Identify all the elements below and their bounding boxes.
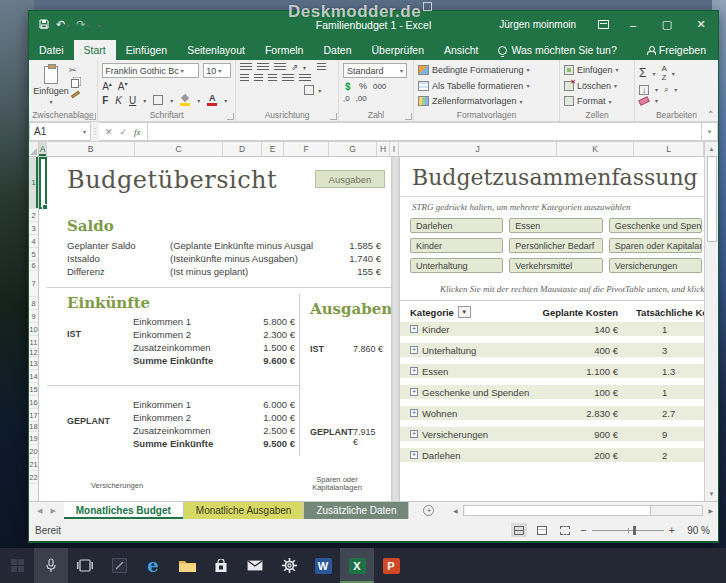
tab-ueberpruefen[interactable]: Überprüfen — [362, 40, 435, 60]
collapse-ribbon-icon[interactable]: ⌃ — [707, 110, 714, 119]
ausgaben-button[interactable]: Ausgaben — [315, 170, 385, 188]
vertical-scroll-thumb[interactable] — [707, 156, 717, 242]
user-account[interactable]: Jürgen moinmoin — [499, 19, 576, 30]
save-icon[interactable] — [39, 19, 49, 31]
store-icon[interactable] — [204, 548, 238, 583]
row-header-20[interactable]: 20 — [29, 445, 38, 458]
powerpoint-icon[interactable]: P — [374, 548, 408, 583]
pivot-row-darlehen[interactable]: +Darlehen 200 €2 — [400, 448, 704, 462]
row-header-3[interactable]: 3 — [29, 222, 38, 235]
sheet-nav-left-icon[interactable]: ◀ — [37, 507, 42, 515]
tab-datei[interactable]: Datei — [29, 40, 74, 60]
pivot-row-unterhaltung[interactable]: +Unterhaltung 400 €3 — [400, 343, 704, 357]
cortana-mic-icon[interactable] — [34, 548, 68, 583]
row-header-15[interactable]: 15 — [29, 383, 38, 396]
merge-center-icon[interactable] — [304, 85, 314, 95]
insert-cells-button[interactable]: Einfügen▾ — [564, 63, 630, 77]
find-select-icon[interactable]: ⌕ — [664, 84, 668, 95]
cell-styles-button[interactable]: Zellenformatvorlagen▾ — [418, 94, 555, 108]
column-header-K[interactable]: K — [557, 142, 634, 156]
filter-dropdown-icon[interactable]: ▼ — [458, 306, 471, 318]
zoom-slider-thumb[interactable] — [633, 526, 636, 535]
column-header-I[interactable]: I — [390, 142, 399, 156]
decrease-indent-icon[interactable] — [282, 74, 294, 83]
sheet-tab-monatliches-budget[interactable]: Monatliches Budget — [64, 502, 184, 519]
format-as-table-button[interactable]: Als Tabelle formatieren▾ — [418, 79, 555, 93]
cut-icon[interactable]: ✂ — [69, 65, 80, 75]
clipboard-dialog-launcher[interactable] — [89, 113, 96, 120]
expand-icon[interactable]: + — [410, 367, 418, 375]
shrink-font-icon[interactable]: A▾ — [118, 80, 128, 92]
column-header-F[interactable]: F — [284, 142, 329, 156]
fill-color-icon[interactable] — [180, 95, 190, 105]
slicer-versicherungen[interactable]: Versicherungen — [609, 258, 702, 273]
maximize-button[interactable]: ▢ — [650, 11, 684, 38]
column-header-C[interactable]: C — [135, 142, 223, 156]
column-header-H[interactable]: H — [377, 142, 390, 156]
settings-gear-icon[interactable] — [272, 548, 306, 583]
pivot-row-versicherungen[interactable]: +Versicherungen 900 €9 — [400, 427, 704, 441]
accounting-format-icon[interactable]: 💲 — [343, 82, 353, 91]
format-cells-button[interactable]: Format▾ — [564, 94, 630, 108]
format-painter-icon[interactable] — [71, 91, 80, 99]
number-dialog-launcher[interactable] — [405, 113, 412, 120]
align-middle-icon[interactable] — [257, 63, 269, 72]
row-header-7[interactable]: 7 — [29, 271, 38, 297]
row-header-21[interactable]: 21 — [29, 458, 38, 471]
sheet-tab-zusaetzliche-daten[interactable]: Zusätzliche Daten — [304, 502, 409, 519]
slicer-geschenke[interactable]: Geschenke und Spend… — [609, 218, 702, 233]
word-icon[interactable]: W — [306, 548, 340, 583]
tab-daten[interactable]: Daten — [313, 40, 361, 60]
slicer-kinder[interactable]: Kinder — [410, 238, 503, 253]
column-a-cells[interactable] — [39, 157, 47, 501]
hscroll-left-icon[interactable]: ◀ — [450, 507, 461, 514]
row-header-16[interactable]: 16 — [29, 396, 38, 409]
tab-formeln[interactable]: Formeln — [255, 40, 314, 60]
italic-button[interactable]: K — [115, 95, 122, 106]
row-header-13[interactable]: 13 — [29, 357, 38, 370]
sheet-tab-monatliche-ausgaben[interactable]: Monatliche Ausgaben — [184, 502, 305, 519]
tab-seitenlayout[interactable]: Seitenlayout — [177, 40, 255, 60]
horizontal-scrollbar[interactable]: ◀ ▶ — [450, 502, 718, 519]
column-header-G[interactable]: G — [329, 142, 377, 156]
row-header-8[interactable]: 8 — [29, 297, 38, 310]
slicer-verkehrsmittel[interactable]: Verkehrsmittel — [509, 258, 602, 273]
horizontal-scroll-thumb[interactable] — [465, 506, 651, 515]
delete-cells-button[interactable]: Löschen▾ — [564, 79, 630, 93]
expand-icon[interactable]: + — [410, 346, 418, 354]
slicer-persoenlicher-bedarf[interactable]: Persönlicher Bedarf — [509, 238, 602, 253]
orientation-icon[interactable]: ⇗ — [291, 63, 298, 72]
minimize-button[interactable]: – — [616, 11, 650, 38]
row-header-5[interactable]: 5 — [29, 248, 38, 261]
fill-icon[interactable]: ↓ — [639, 85, 649, 95]
start-button[interactable] — [0, 548, 34, 583]
clear-icon[interactable] — [638, 96, 650, 106]
expand-icon[interactable]: + — [410, 409, 418, 417]
pivot-row-wohnen[interactable]: +Wohnen 2.830 €2.7 — [400, 406, 704, 420]
wrap-text-icon[interactable] — [317, 63, 326, 72]
customize-qat-icon[interactable]: ▾ — [96, 19, 100, 30]
autosum-icon[interactable]: Σ — [639, 68, 646, 79]
column-header-L[interactable]: L — [634, 142, 704, 156]
paste-button[interactable]: Einfügen▾ — [33, 63, 69, 108]
hscroll-right-icon[interactable]: ▶ — [705, 507, 716, 514]
font-name-select[interactable]: Franklin Gothic Bc▾ — [102, 63, 199, 78]
name-box[interactable]: A1▾ — [29, 122, 91, 141]
align-right-icon[interactable] — [268, 74, 277, 83]
sort-filter-icon[interactable]: AZ — [662, 64, 666, 82]
redo-icon[interactable]: ↷▾ — [76, 19, 89, 30]
row-header-9[interactable]: 9 — [29, 310, 38, 323]
align-left-icon[interactable] — [240, 74, 249, 83]
increase-indent-icon[interactable] — [299, 74, 311, 83]
column-header-A[interactable]: A — [39, 142, 47, 156]
active-cell-a1[interactable] — [39, 157, 47, 209]
cancel-formula-icon[interactable]: ✕ — [105, 127, 113, 137]
pivot-row-kinder[interactable]: +Kinder 140 €1 — [400, 322, 704, 336]
row-header-12[interactable]: 12 — [29, 349, 38, 357]
column-header-D[interactable]: D — [223, 142, 262, 156]
comma-style-icon[interactable]: 000 — [373, 82, 386, 91]
zoom-level[interactable]: 90 % — [680, 525, 710, 536]
zoom-slider[interactable] — [592, 530, 664, 531]
row-header-18[interactable]: 18 — [29, 422, 38, 432]
row-header-1[interactable]: 1 — [29, 157, 38, 209]
